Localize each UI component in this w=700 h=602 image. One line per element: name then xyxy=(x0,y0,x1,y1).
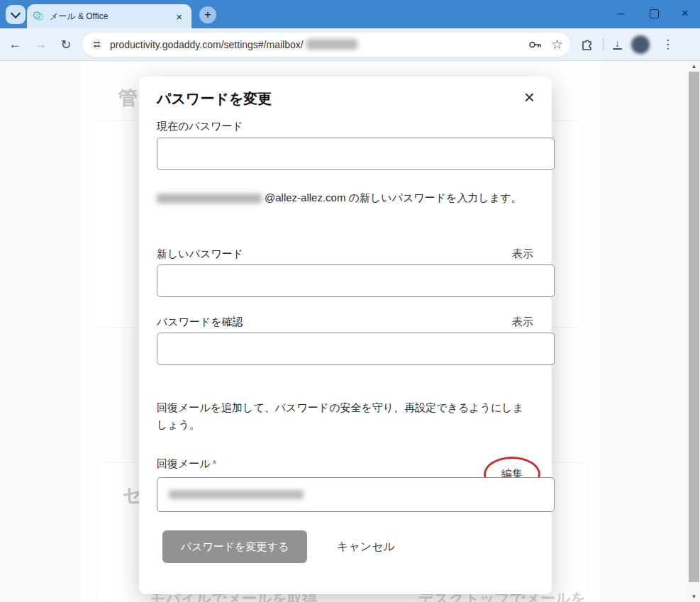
cancel-button[interactable]: キャンセル xyxy=(326,530,406,563)
current-password-input[interactable] xyxy=(157,138,555,170)
email-redacted-segment xyxy=(157,194,262,204)
browser-window: メール & Office × + – × ← → ↻ productivity. xyxy=(0,0,700,602)
new-password-label: 新しいパスワード xyxy=(157,247,243,261)
chevron-down-icon xyxy=(11,8,21,18)
scroll-down-icon[interactable]: ▼ xyxy=(688,591,700,602)
scrollbar-thumb[interactable] xyxy=(689,72,699,582)
show-confirm-password-link[interactable]: 表示 xyxy=(512,316,533,329)
recovery-email-redacted-value xyxy=(169,490,304,499)
reload-button[interactable]: ↻ xyxy=(55,34,77,55)
new-password-input[interactable] xyxy=(157,264,555,297)
change-password-modal: × パスワードを変更 現在のパスワード @allez-allez.com の新し… xyxy=(139,77,552,594)
page-scrollbar[interactable]: ▲ ▼ xyxy=(688,61,700,602)
new-tab-button[interactable]: + xyxy=(199,6,216,23)
kebab-menu-icon[interactable]: ⋮ xyxy=(659,37,677,52)
url-text[interactable]: productivity.godaddy.com/settings#/mailb… xyxy=(110,39,304,50)
modal-title: パスワードを変更 xyxy=(157,89,272,108)
maximize-icon xyxy=(650,9,659,18)
bookmark-star-icon[interactable]: ☆ xyxy=(551,36,563,52)
recovery-info-text: 回復メールを追加して、パスワードの安全を守り、再設定できるようにしましょう。 xyxy=(157,399,534,433)
modal-close-icon[interactable]: × xyxy=(521,84,538,111)
browser-titlebar: メール & Office × + – × xyxy=(0,0,700,28)
window-close-button[interactable]: × xyxy=(669,0,700,27)
page-content: 管 セ モバイルでメールを取得 デスクトップでメールを × パスワードを変更 現… xyxy=(0,61,700,602)
site-settings-icon[interactable] xyxy=(91,38,103,50)
new-password-intro: @allez-allez.com の新しいパスワードを入力します。 xyxy=(157,189,534,206)
godaddy-favicon-icon xyxy=(33,11,44,22)
confirm-password-input[interactable] xyxy=(157,333,555,365)
extensions-icon[interactable] xyxy=(580,38,594,51)
tab-title: メール & Office xyxy=(50,11,172,23)
confirm-password-label: パスワードを確認 xyxy=(157,316,243,329)
window-minimize-button[interactable]: – xyxy=(605,0,638,27)
recovery-email-label: 回復メール* xyxy=(157,457,216,471)
url-redacted-segment xyxy=(306,39,357,50)
window-maximize-button[interactable] xyxy=(638,0,670,27)
password-key-icon[interactable] xyxy=(528,40,543,50)
profile-avatar[interactable] xyxy=(631,35,650,54)
address-bar[interactable]: productivity.godaddy.com/settings#/mailb… xyxy=(82,33,570,57)
download-icon[interactable]: ↓ xyxy=(613,40,622,50)
tab-close-icon[interactable]: × xyxy=(172,11,186,23)
tab-search-button[interactable] xyxy=(6,5,26,24)
toolbar-divider xyxy=(603,38,604,51)
required-asterisk: * xyxy=(213,458,216,469)
browser-toolbar: ← → ↻ productivity.godaddy.com/settings#… xyxy=(0,28,700,61)
show-new-password-link[interactable]: 表示 xyxy=(512,247,533,261)
current-password-label: 現在のパスワード xyxy=(157,120,243,133)
back-button[interactable]: ← xyxy=(4,34,26,55)
browser-tab[interactable]: メール & Office × xyxy=(27,4,191,28)
recovery-email-input[interactable] xyxy=(157,477,555,512)
forward-button[interactable]: → xyxy=(30,34,51,55)
change-password-submit-button[interactable]: パスワードを変更する xyxy=(162,530,307,563)
scroll-up-icon[interactable]: ▲ xyxy=(688,61,700,72)
